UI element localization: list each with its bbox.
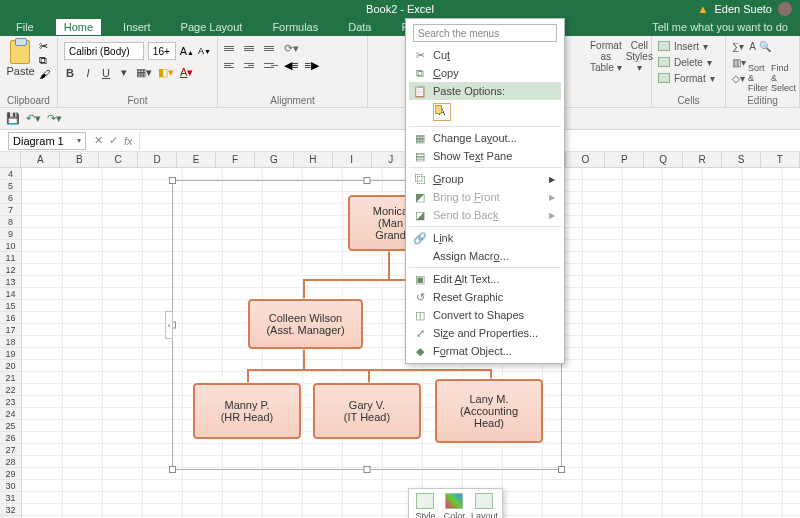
menu-change-layout[interactable]: ▦Change Layout... xyxy=(409,129,561,147)
menu-assign-macro[interactable]: Assign Macro... xyxy=(409,247,561,265)
row-header[interactable]: 31 xyxy=(0,492,22,504)
name-box[interactable]: Diagram 1▾ xyxy=(8,132,86,150)
increase-indent-icon[interactable]: ≡▶ xyxy=(304,59,318,72)
menu-edit-alt-text[interactable]: ▣Edit Alt Text... xyxy=(409,270,561,288)
menu-group[interactable]: ⿻Group▶ xyxy=(409,170,561,188)
org-node-bot2[interactable]: Gary V. (IT Head) xyxy=(313,383,421,439)
col-header[interactable]: B xyxy=(60,152,99,167)
org-node-mid1[interactable]: Colleen Wilson (Asst. Manager) xyxy=(248,299,363,349)
align-right-icon[interactable] xyxy=(264,59,278,71)
col-header[interactable]: C xyxy=(99,152,138,167)
resize-handle[interactable] xyxy=(364,177,371,184)
row-header[interactable]: 9 xyxy=(0,228,22,240)
row-header[interactable]: 27 xyxy=(0,444,22,456)
align-top-icon[interactable] xyxy=(224,42,238,54)
menu-reset-graphic[interactable]: ↺Reset Graphic xyxy=(409,288,561,306)
row-header[interactable]: 13 xyxy=(0,276,22,288)
org-node-bot3[interactable]: Lany M. (Accounting Head) xyxy=(435,379,543,443)
autosum-icon[interactable]: ∑▾ xyxy=(732,41,744,52)
format-painter-icon[interactable]: 🖌 xyxy=(39,68,51,80)
shrink-font-icon[interactable]: A▼ xyxy=(198,46,211,56)
row-header[interactable]: 22 xyxy=(0,384,22,396)
cell-styles-button[interactable]: CellStyles ▾ xyxy=(626,40,653,73)
grow-font-icon[interactable]: A▲ xyxy=(180,45,194,57)
resize-handle[interactable] xyxy=(169,466,176,473)
row-header[interactable]: 10 xyxy=(0,240,22,252)
menu-send-to-back[interactable]: ◪Send to Back▶ xyxy=(409,206,561,224)
cancel-formula-icon[interactable]: ✕ xyxy=(94,134,103,147)
redo-icon[interactable]: ↷▾ xyxy=(47,112,62,125)
save-icon[interactable]: 💾 xyxy=(6,112,20,125)
undo-icon[interactable]: ↶▾ xyxy=(26,112,41,125)
col-header[interactable]: F xyxy=(216,152,255,167)
col-header[interactable]: I xyxy=(333,152,372,167)
tab-formulas[interactable]: Formulas xyxy=(264,19,326,35)
tab-insert[interactable]: Insert xyxy=(115,19,159,35)
paste-button[interactable]: Paste xyxy=(6,40,34,80)
row-header[interactable]: 4 xyxy=(0,168,22,180)
row-header[interactable]: 26 xyxy=(0,432,22,444)
row-header[interactable]: 18 xyxy=(0,336,22,348)
align-left-icon[interactable] xyxy=(224,59,238,71)
menu-paste-options[interactable]: 📋Paste Options: xyxy=(409,82,561,100)
find-select-button[interactable]: 🔍 xyxy=(759,41,771,52)
fill-color-button[interactable]: ◧▾ xyxy=(158,66,174,79)
row-header[interactable]: 23 xyxy=(0,396,22,408)
text-pane-toggle[interactable]: ‹ xyxy=(165,311,173,339)
copy-icon[interactable]: ⧉ xyxy=(39,54,51,66)
row-header[interactable]: 8 xyxy=(0,216,22,228)
fill-icon[interactable]: ▥▾ xyxy=(732,57,746,68)
menu-copy[interactable]: ⧉Copy xyxy=(409,64,561,82)
layout-button[interactable]: Layout▾ xyxy=(471,493,498,518)
resize-handle[interactable] xyxy=(558,466,565,473)
align-bottom-icon[interactable] xyxy=(264,42,278,54)
menu-bring-to-front[interactable]: ◩Bring to Front▶ xyxy=(409,188,561,206)
col-header[interactable]: Q xyxy=(644,152,683,167)
decrease-indent-icon[interactable]: ◀≡ xyxy=(284,59,298,72)
row-header[interactable]: 14 xyxy=(0,288,22,300)
row-header[interactable]: 11 xyxy=(0,252,22,264)
row-header[interactable]: 12 xyxy=(0,264,22,276)
color-button[interactable]: Color▾ xyxy=(442,493,467,518)
row-header[interactable]: 21 xyxy=(0,372,22,384)
menu-link[interactable]: 🔗Link xyxy=(409,229,561,247)
insert-button[interactable]: Insert ▾ xyxy=(658,38,719,54)
tab-data[interactable]: Data xyxy=(340,19,379,35)
row-header[interactable]: 15 xyxy=(0,300,22,312)
align-middle-icon[interactable] xyxy=(244,42,258,54)
format-button[interactable]: Format ▾ xyxy=(658,70,719,86)
row-header[interactable]: 6 xyxy=(0,192,22,204)
clear-icon[interactable]: ◇▾ xyxy=(732,73,745,84)
menu-show-text-pane[interactable]: ▤Show Text Pane xyxy=(409,147,561,165)
bold-button[interactable]: B xyxy=(64,67,76,79)
menu-size-properties[interactable]: ⤢Size and Properties... xyxy=(409,324,561,342)
row-header[interactable]: 32 xyxy=(0,504,22,516)
row-header[interactable]: 28 xyxy=(0,456,22,468)
col-header[interactable]: D xyxy=(138,152,177,167)
cut-icon[interactable]: ✂ xyxy=(39,40,51,52)
underline-button[interactable]: U xyxy=(100,67,112,79)
row-header[interactable]: 25 xyxy=(0,420,22,432)
org-node-bot1[interactable]: Manny P. (HR Head) xyxy=(193,383,301,439)
font-size-select[interactable]: 16+ xyxy=(148,42,176,60)
resize-handle[interactable] xyxy=(364,466,371,473)
col-header[interactable]: R xyxy=(683,152,722,167)
align-center-icon[interactable] xyxy=(244,59,258,71)
row-header[interactable]: 5 xyxy=(0,180,22,192)
row-header[interactable]: 24 xyxy=(0,408,22,420)
col-header[interactable]: H xyxy=(294,152,333,167)
row-header[interactable]: 20 xyxy=(0,360,22,372)
format-as-table-button[interactable]: Format asTable ▾ xyxy=(590,40,622,73)
style-button[interactable]: Style▾ xyxy=(413,493,438,518)
col-header[interactable]: E xyxy=(177,152,216,167)
row-header[interactable]: 19 xyxy=(0,348,22,360)
tab-file[interactable]: File xyxy=(8,19,42,35)
col-header[interactable]: S xyxy=(722,152,761,167)
row-header[interactable]: 30 xyxy=(0,480,22,492)
tab-page-layout[interactable]: Page Layout xyxy=(173,19,251,35)
col-header[interactable]: A xyxy=(21,152,60,167)
tab-home[interactable]: Home xyxy=(56,19,101,35)
row-header[interactable]: 7 xyxy=(0,204,22,216)
menu-convert-to-shapes[interactable]: ◫Convert to Shapes xyxy=(409,306,561,324)
row-header[interactable]: 16 xyxy=(0,312,22,324)
